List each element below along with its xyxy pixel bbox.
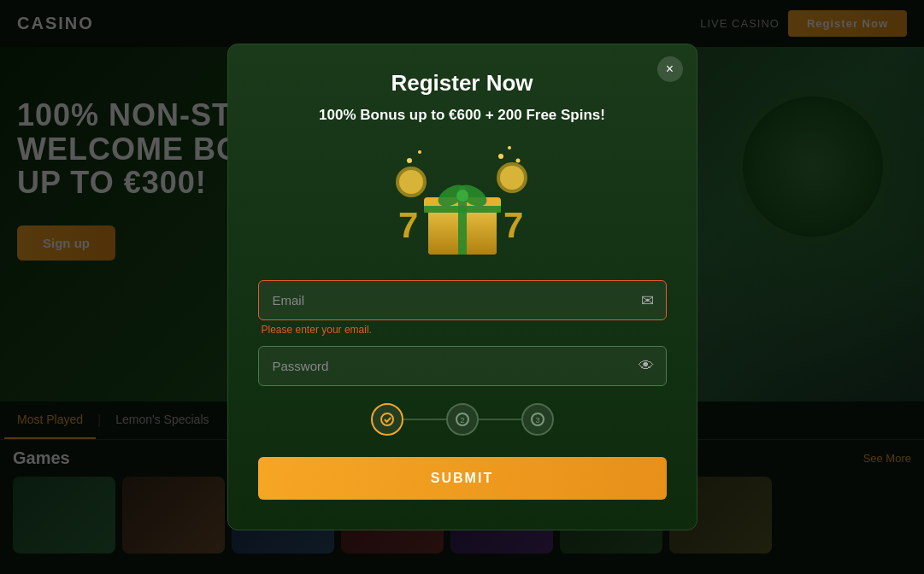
email-input-wrapper: ✉ [258, 280, 667, 320]
email-icon: ✉ [629, 291, 666, 310]
password-input-wrapper: 👁 [258, 346, 667, 386]
password-input[interactable] [259, 347, 627, 385]
svg-rect-8 [424, 206, 501, 213]
svg-text:7: 7 [503, 205, 523, 245]
step-line-1 [403, 419, 446, 420]
svg-point-17 [418, 150, 421, 154]
modal-bonus-illustration: 7 7 [258, 131, 667, 263]
register-modal: × Register Now 100% Bonus up to €600 + 2… [227, 44, 697, 530]
svg-point-18 [407, 158, 412, 163]
svg-point-1 [399, 170, 423, 194]
svg-point-14 [498, 154, 503, 159]
email-error-text: Please enter your email. [258, 320, 667, 341]
gift-svg: 7 7 [385, 131, 539, 263]
password-visibility-icon[interactable]: 👁 [627, 357, 666, 375]
svg-text:7: 7 [398, 205, 418, 245]
step-indicators: 2 3 [258, 403, 667, 436]
step-2-indicator: 2 [446, 403, 479, 436]
svg-point-16 [515, 159, 520, 163]
svg-point-19 [381, 413, 393, 425]
svg-point-11 [456, 190, 468, 202]
svg-text:3: 3 [535, 416, 539, 425]
modal-bonus-text: 100% Bonus up to €600 + 200 Free Spins! [258, 107, 667, 124]
email-input[interactable] [259, 281, 629, 319]
svg-point-15 [508, 146, 511, 149]
step-1-indicator [371, 403, 403, 436]
submit-button[interactable]: SUBMIT [258, 457, 667, 500]
step-line-2 [479, 419, 521, 420]
modal-close-button[interactable]: × [657, 56, 683, 82]
svg-text:2: 2 [460, 416, 464, 425]
password-form-group: 👁 [258, 346, 667, 386]
modal-title: Register Now [258, 70, 667, 97]
svg-point-3 [500, 166, 524, 190]
step-3-indicator: 3 [521, 403, 554, 436]
email-form-group: ✉ Please enter your email. [258, 280, 667, 341]
